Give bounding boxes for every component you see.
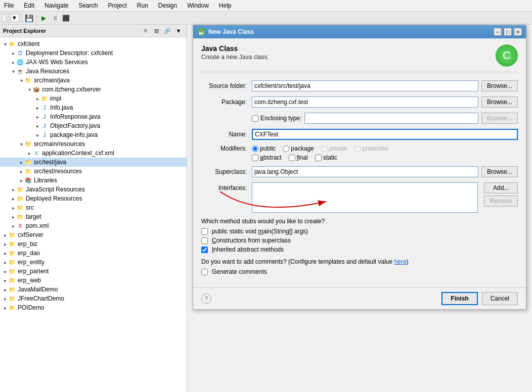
pe-close-icon[interactable]: ✕ [143,27,148,34]
comments-link[interactable]: here [394,258,407,265]
tree-item-impl[interactable]: ▸📁impl [0,94,187,103]
modifier-final-checkbox[interactable] [289,155,295,161]
modifier-static-checkbox[interactable] [315,155,322,161]
tree-icon-inforesp-java: J [40,113,49,121]
tree-arrow-app-context: ▸ [26,151,32,156]
toolbar-save-btn[interactable]: 💾 [24,13,34,23]
superclass-browse-btn[interactable]: Browse... [481,166,518,177]
tree-icon-deployed-res: 📁 [16,194,24,203]
tree-item-info-java[interactable]: ▸JInfo.java [0,103,187,112]
modifier-private-radio[interactable] [321,145,328,152]
tree-label-erp-entity: erp_entity [18,259,45,266]
tree-item-inforesp-java[interactable]: ▸JInfoResponse.java [0,112,187,121]
superclass-input[interactable] [252,166,478,177]
tree-item-src-test-java[interactable]: ▸📁src/test/java [0,158,187,167]
stub-main-checkbox[interactable] [201,228,208,235]
tree-item-objfact-java[interactable]: ▸JObjectFactory.java [0,121,187,130]
toolbar-run-btn[interactable]: ▶ [39,13,49,23]
enclosing-type-input[interactable] [304,113,478,124]
tree-item-js-resources[interactable]: ▸📁JavaScript Resources [0,185,187,194]
tree-item-com-itzheng[interactable]: ▾📦com.itzheng.cxfserver [0,85,187,94]
tree-item-deployed-res[interactable]: ▸📁Deployed Resources [0,194,187,203]
tree-item-src-main-java[interactable]: ▾📁src/main/java [0,76,187,85]
tree-item-cxfServer[interactable]: ▸📁cxfServer [0,230,187,239]
pe-menu-btn[interactable]: ▼ [173,26,184,35]
tree-item-src-test-res[interactable]: ▸📁src/test/resources [0,167,187,176]
stub-constructors-checkbox[interactable] [201,237,208,244]
name-row: Name: [201,129,518,140]
tree-item-src[interactable]: ▸📁src [0,203,187,212]
tree-item-erp-entity[interactable]: ▸📁erp_entity [0,258,187,267]
interfaces-add-btn[interactable]: Add... [484,182,518,193]
stub-inherited-checkbox[interactable] [201,247,208,253]
tree-item-target[interactable]: ▸📁target [0,212,187,221]
toolbar-debug-btn[interactable]: ⏸ [50,13,60,23]
pe-link-btn[interactable]: 🔗 [162,26,172,35]
tree-arrow-impl: ▸ [34,96,40,102]
dialog-minimize-btn[interactable]: ─ [494,28,502,36]
dialog-close-btn[interactable]: ✕ [514,28,522,36]
tree-item-libraries[interactable]: ▸📚Libraries [0,176,187,185]
package-browse-btn[interactable]: Browse... [481,96,518,108]
modifier-static-item[interactable]: static [315,154,337,161]
modifier-package-radio[interactable] [283,145,289,152]
menu-project[interactable]: Project [106,1,128,10]
tree-item-java-resources[interactable]: ▾☕Java Resources [0,67,187,76]
tree-item-pkginfo-java[interactable]: ▸Jpackage-info.java [0,130,187,139]
package-input[interactable] [252,96,478,108]
menu-search[interactable]: Search [76,1,100,10]
main-toolbar: ⬜▼ 💾 ▶ ⏸ ⬛ [0,12,532,25]
tree-item-erp-dao[interactable]: ▸📁erp_dao [0,249,187,258]
tree-item-poidemo[interactable]: ▸📁POIDemo [0,303,187,312]
tree-item-src-main-res[interactable]: ▾📁src/main/resources [0,139,187,149]
tree-item-jfreechart[interactable]: ▸📁JFreeChartDemo [0,294,187,303]
modifier-protected-radio[interactable] [354,145,361,152]
source-folder-input[interactable] [252,80,478,91]
source-folder-browse-btn[interactable]: Browse... [481,80,518,91]
finish-button[interactable]: Finish [441,292,477,305]
modifier-public-radio[interactable] [252,145,258,152]
tree-item-cxfclient[interactable]: ▾📁cxfclient [0,39,187,48]
tree-label-info-java: Info.java [50,104,73,111]
tree-arrow-erp-biz: ▸ [2,241,8,247]
modifier-package-item[interactable]: package [283,145,314,152]
modifier-public-item[interactable]: public [252,145,276,152]
enclosing-type-browse-btn[interactable]: Browse... [481,113,518,124]
tree-label-src-test-java: src/test/java [34,159,66,166]
tree-item-jax-ws[interactable]: ▸🌐JAX-WS Web Services [0,58,187,67]
modifier-abstract-checkbox[interactable] [252,155,258,161]
tree-icon-pkginfo-java: J [40,131,49,139]
tree-item-app-context[interactable]: ▸XapplicationContext_cxf.xml [0,149,187,158]
tree-item-erp-partent[interactable]: ▸📁erp_partent [0,267,187,276]
interfaces-row: Interfaces: Add... Remove [201,182,518,213]
interfaces-remove-btn[interactable]: Remove [484,195,518,207]
toolbar-stop-btn[interactable]: ⬛ [61,13,71,23]
tree-item-javamail[interactable]: ▸📁JavaMailDemo [0,285,187,294]
modifier-final-item[interactable]: final [289,154,308,161]
footer-buttons: Finish Cancel [441,292,518,305]
modifier-abstract-item[interactable]: abstract [252,154,282,161]
modifier-private-item[interactable]: private [321,145,347,152]
menu-file[interactable]: File [2,1,16,10]
help-button[interactable]: ? [201,293,211,304]
enclosing-type-checkbox[interactable] [252,115,258,122]
menu-help[interactable]: Help [217,1,234,10]
tree-item-erp-web[interactable]: ▸📁erp_web [0,276,187,285]
toolbar-new-btn[interactable]: ⬜▼ [2,14,20,22]
pe-collapse-btn[interactable]: ⊟ [151,26,161,35]
modifier-protected-item[interactable]: protected [354,145,388,152]
menu-edit[interactable]: Edit [22,1,36,10]
tree-item-erp-biz[interactable]: ▸📁erp_biz [0,239,187,249]
dialog-maximize-btn[interactable]: □ [504,28,512,36]
interfaces-textarea[interactable] [252,182,478,213]
enclosing-type-label: Enclosing type: [260,115,301,122]
menu-design[interactable]: Design [156,1,179,10]
menu-run[interactable]: Run [135,1,150,10]
menu-window[interactable]: Window [185,1,211,10]
name-input[interactable] [252,129,518,140]
cancel-button[interactable]: Cancel [482,292,518,305]
tree-item-deploy-desc[interactable]: ▸🗒Deployment Descriptor: cxfclient [0,48,187,58]
tree-item-pom-xml[interactable]: ▸Xpom.xml [0,221,187,230]
generate-comments-checkbox[interactable] [201,269,208,275]
menu-navigate[interactable]: Navigate [42,1,70,10]
